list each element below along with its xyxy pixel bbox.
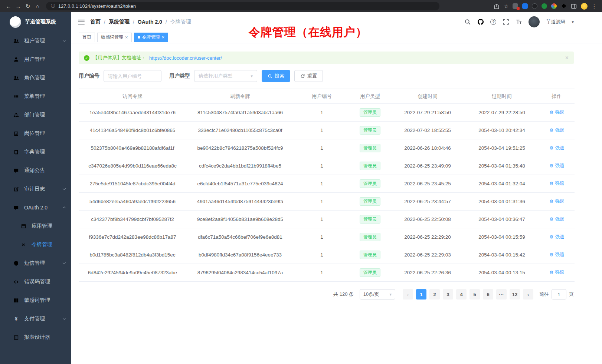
breadcrumb-oauth[interactable]: OAuth 2.0 (138, 19, 162, 25)
access-token-cell: 41c41346a548490f9dc8b01c6bfe0865 (79, 122, 186, 139)
access-token-cell: c342377bf8b344799dcbf7bf095287f2 (79, 211, 186, 228)
chevron-down-icon[interactable]: ▾ (572, 20, 574, 24)
goto-page-input[interactable] (552, 289, 566, 300)
sidebar-item-menu[interactable]: 菜单管理 (0, 87, 71, 106)
extension-icon-4[interactable] (542, 3, 547, 9)
fullscreen-icon[interactable] (503, 19, 509, 25)
sidebar-item-oauth[interactable]: OAuth 2.0 (0, 198, 71, 217)
page-button-5[interactable]: 5 (470, 289, 480, 300)
page-button-2[interactable]: 2 (429, 289, 440, 300)
page-button-4[interactable]: 4 (456, 289, 467, 300)
home-icon[interactable]: ⌂ (33, 1, 42, 11)
more-pages-button[interactable]: ··· (496, 289, 507, 300)
force-logout-button[interactable]: 强退 (549, 127, 565, 133)
close-icon[interactable]: × (125, 35, 128, 40)
url-bar[interactable]: ⓘ 127.0.0.1:1024/system/oauth2/token (46, 2, 439, 10)
sidebar-item-oauth-app[interactable]: 应用管理 (0, 217, 71, 235)
prev-page-button[interactable]: ‹ (403, 289, 413, 300)
yen-icon: ¥ (13, 316, 19, 322)
reload-icon[interactable]: ↻ (23, 1, 33, 11)
user-type-label: 用户类型 (169, 73, 190, 79)
page-size-select[interactable]: 10条/页 ▾ (360, 289, 395, 300)
back-icon[interactable]: ← (4, 1, 13, 11)
force-logout-button[interactable]: 强退 (549, 269, 565, 276)
alert-doc-link[interactable]: https://doc.iocoder.cn/user-center/ (149, 55, 222, 61)
user-type-badge: 管理员 (360, 144, 380, 152)
sidebar-item-user[interactable]: 用户管理 (0, 50, 71, 69)
user-type-cell: 管理员 (350, 122, 390, 139)
user-id-cell: 1 (294, 228, 350, 246)
search-icon (268, 74, 272, 79)
table-row: 41c41346a548490f9dc8b01c6bfe0865 333ecfc… (79, 122, 575, 139)
trash-icon (549, 217, 554, 221)
sidebar-item-role[interactable]: 角色管理 (0, 69, 71, 87)
extension-icon-1[interactable] (513, 3, 518, 9)
force-logout-button[interactable]: 强退 (549, 252, 565, 258)
sidebar-item-dict[interactable]: 字典管理 (0, 143, 71, 161)
sidebar-item-pay[interactable]: ¥ 支付管理 (0, 310, 71, 328)
sidebar-item-dept[interactable]: 部门管理 (0, 106, 71, 124)
bookmark-star-icon[interactable]: ☆ (504, 3, 508, 9)
page-button-6[interactable]: 6 (483, 289, 493, 300)
expire-time-cell: 2022-07-29 22:28:50 (465, 104, 539, 122)
page-button-3[interactable]: 3 (443, 289, 453, 300)
sidebar-toggle-icon[interactable] (78, 20, 85, 24)
shield-icon (13, 261, 19, 266)
table-header-row: 访问令牌 刷新令牌 用户编号 用户类型 创建时间 过期时间 操作 (79, 89, 575, 104)
page-button-12[interactable]: 12 (510, 289, 520, 300)
breadcrumb-home[interactable]: 首页 (90, 19, 101, 25)
refresh-token-cell: cdfc4ce9c2da4bb1bdf21b9918ff4be5 (186, 157, 294, 175)
close-icon[interactable]: × (565, 55, 569, 61)
extension-icon-2[interactable] (522, 3, 528, 9)
sidebar-item-sms[interactable]: 短信管理 (0, 254, 71, 272)
extension-icon-3[interactable] (532, 3, 537, 9)
user-type-select[interactable]: 请选择用户类型 ▾ (194, 70, 257, 82)
sidebar-item-oauth-token[interactable]: 令牌管理 (0, 235, 71, 254)
search-icon[interactable] (464, 19, 471, 25)
sidebar-item-report-designer[interactable]: 报表设计器 (0, 328, 71, 347)
tab-token[interactable]: 令牌管理 × (134, 33, 169, 42)
force-logout-button[interactable]: 强退 (549, 109, 565, 116)
force-logout-button[interactable]: 强退 (549, 163, 565, 169)
user-icon (13, 57, 19, 62)
sidebar-item-tenant[interactable]: 租户管理 (0, 32, 71, 50)
reset-button[interactable]: 重置 (294, 70, 323, 82)
action-cell: 强退 (539, 264, 575, 282)
share-icon[interactable] (494, 3, 500, 9)
close-icon[interactable]: × (162, 35, 165, 40)
breadcrumb-system[interactable]: 系统管理 (109, 19, 130, 25)
force-logout-button[interactable]: 强退 (549, 234, 565, 240)
site-info-icon[interactable]: ⓘ (51, 3, 55, 9)
next-page-button[interactable]: › (523, 289, 533, 300)
sidebar-item-post[interactable]: 岗位管理 (0, 124, 71, 143)
search-button[interactable]: 搜索 (262, 70, 290, 82)
page-unit-label: 页 (569, 291, 574, 298)
help-icon[interactable]: ? (490, 19, 496, 25)
tab-sensitive-word[interactable]: 敏感词管理 × (97, 33, 132, 42)
forward-icon[interactable]: → (13, 1, 23, 11)
github-icon[interactable] (477, 19, 484, 25)
edit-log-icon (13, 186, 19, 192)
sidebar-item-audit-log[interactable]: 审计日志 (0, 180, 71, 198)
user-id-input[interactable] (104, 70, 161, 82)
user-avatar[interactable] (529, 16, 540, 27)
extension-icon-5[interactable] (551, 3, 557, 9)
split-view-icon[interactable] (571, 3, 577, 9)
force-logout-button[interactable]: 强退 (549, 145, 565, 151)
font-size-icon[interactable] (516, 19, 522, 25)
sidebar-item-error-code[interactable]: 错误码管理 (0, 272, 71, 291)
page-button-1[interactable]: 1 (416, 289, 426, 300)
sidebar-item-notice[interactable]: 通知公告 (0, 161, 71, 180)
user-name[interactable]: 芋道源码 (546, 19, 565, 25)
tab-home[interactable]: 首页 (79, 33, 95, 42)
create-time-cell: 2022-07-29 21:58:50 (390, 104, 465, 122)
browser-menu-icon[interactable]: ⋮ (592, 3, 597, 9)
extensions-puzzle-icon[interactable] (561, 3, 567, 9)
column-header-access-token: 访问令牌 (79, 89, 186, 104)
force-logout-button[interactable]: 强退 (549, 181, 565, 187)
sidebar-item-sensitive-word[interactable]: 敏感词管理 (0, 291, 71, 310)
force-logout-button[interactable]: 强退 (549, 198, 565, 205)
force-logout-button[interactable]: 强退 (549, 216, 565, 222)
browser-profile-avatar[interactable] (581, 3, 588, 10)
user-id-cell: 1 (294, 104, 350, 122)
